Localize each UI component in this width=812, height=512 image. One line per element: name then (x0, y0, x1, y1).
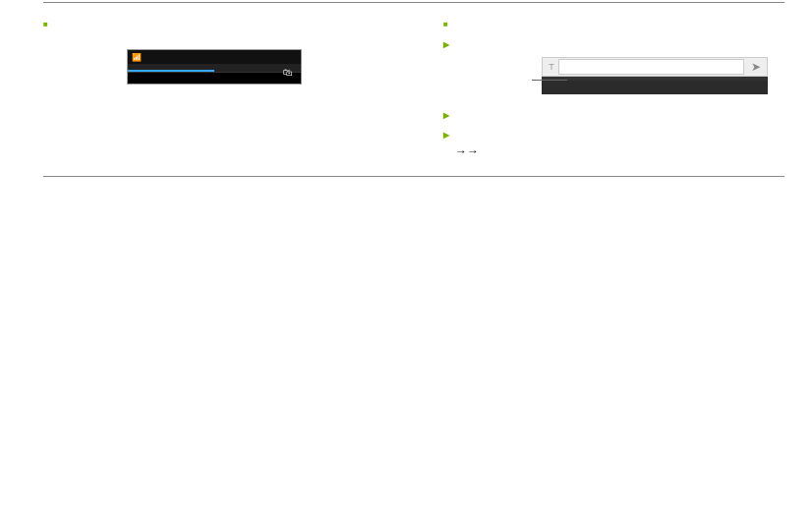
heading-qwerty (443, 37, 784, 51)
tab-apps[interactable] (128, 64, 214, 72)
arrow-icon: → (455, 143, 467, 160)
keypad-screenshot: T ➤ (542, 57, 768, 94)
arrow-icon: → (467, 143, 479, 160)
page-number (43, 176, 784, 180)
send-icon[interactable]: ➤ (747, 60, 765, 74)
signal-icon (132, 53, 144, 62)
heading-input-methods (443, 17, 784, 31)
message-input[interactable] (558, 59, 744, 75)
heading-set-method (443, 128, 784, 142)
heading-switch-methods (443, 108, 784, 122)
body-set-method: →→ (455, 143, 784, 160)
attach-icon[interactable]: T (545, 62, 558, 72)
phone-apps-screenshot: 🛍 (127, 49, 302, 85)
market-icon[interactable]: 🛍 (283, 65, 298, 78)
page-title (43, 0, 784, 3)
heading-main-menu (43, 17, 384, 31)
callout-line (532, 80, 567, 81)
